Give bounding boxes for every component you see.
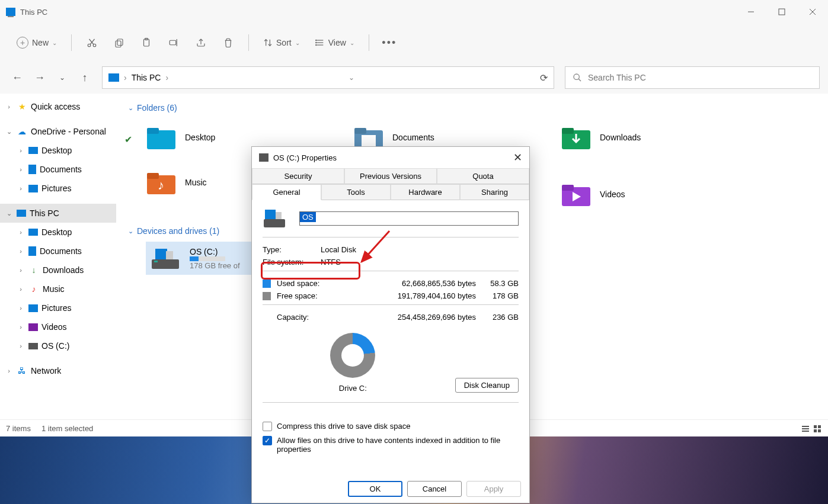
up-button[interactable]: ↑ [76,69,94,86]
pictures-icon [28,304,38,312]
this-pc-icon [17,210,26,217]
downloads-icon: ↓ [28,265,39,275]
sidebar-label: Videos [41,322,67,332]
drive-name-input[interactable]: OS [299,211,519,226]
svg-point-20 [574,74,579,79]
toolbar-divider [248,34,249,51]
tab-quota[interactable]: Quota [437,168,529,184]
svg-rect-26 [362,135,376,147]
dialog-titlebar[interactable]: OS (C:) Properties ✕ [252,147,529,168]
sidebar-item-pictures[interactable]: ›Pictures [0,298,116,317]
sort-button[interactable]: Sort ⌄ [256,32,307,53]
sidebar-label: This PC [30,208,59,218]
compress-checkbox[interactable] [263,422,272,431]
address-dropdown[interactable]: ⌄ [349,73,354,82]
apply-button[interactable]: Apply [466,481,521,497]
svg-rect-38 [802,426,809,427]
sidebar-item-quick-access[interactable]: ›★Quick access [0,97,116,116]
forward-button[interactable]: → [31,69,49,86]
sidebar-label: Quick access [31,102,80,111]
sidebar-item-network[interactable]: ›🖧Network [0,361,116,380]
sidebar-label: OneDrive - Personal [31,127,106,136]
view-button[interactable]: View ⌄ [308,32,362,53]
tab-hardware[interactable]: Hardware [391,184,460,200]
thumbnails-view-button[interactable] [813,424,822,434]
pictures-icon [28,185,38,192]
back-button[interactable]: ← [8,69,26,86]
new-button[interactable]: + New ⌄ [9,32,64,53]
sidebar-item-documents[interactable]: ›Documents [0,242,116,261]
used-swatch [263,280,271,288]
share-button[interactable] [188,30,214,56]
this-pc-icon [108,73,119,82]
chevron-down-icon: ⌄ [350,40,354,46]
minimize-button[interactable] [736,0,766,24]
folder-icon [561,124,592,150]
tab-general[interactable]: General [252,184,321,200]
folder-label: Downloads [600,133,641,142]
sidebar-item-music[interactable]: ›♪Music [0,280,116,298]
sidebar-label: Pictures [41,303,72,313]
cancel-button[interactable]: Cancel [407,481,462,497]
refresh-button[interactable]: ⟳ [540,72,548,84]
tab-sharing[interactable]: Sharing [460,184,529,200]
breadcrumb-location[interactable]: This PC [132,73,161,82]
music-icon: ♪ [28,284,39,294]
sidebar-label: OS (C:) [41,341,69,351]
folder-downloads[interactable]: Downloads [561,121,756,154]
folders-group-header[interactable]: ⌄Folders (6) [128,99,816,116]
address-bar[interactable]: › This PC › ⌄ ⟳ [102,66,554,89]
search-box[interactable] [565,66,820,89]
chevron-right-icon: › [165,73,168,82]
tab-previous-versions[interactable]: Previous Versions [344,168,437,184]
item-count: 7 items [6,424,31,433]
sidebar-label: Documents [40,246,82,256]
rename-button[interactable] [161,30,187,56]
recent-dropdown[interactable]: ⌄ [53,69,71,86]
sidebar-item-onedrive[interactable]: ⌄☁OneDrive - Personal [0,122,116,141]
svg-rect-41 [814,425,817,428]
sidebar-item-desktop[interactable]: ›Desktop [0,223,116,242]
sidebar-label: Downloads [43,265,84,275]
view-label: View [328,38,346,47]
details-view-button[interactable] [801,424,810,434]
svg-text:♪: ♪ [158,178,164,192]
svg-rect-43 [814,429,817,432]
tab-security[interactable]: Security [252,168,344,184]
close-button[interactable]: ✕ [513,151,522,164]
svg-rect-25 [354,128,366,134]
sidebar-item-desktop[interactable]: ›Desktop [0,141,116,160]
cut-button[interactable] [79,30,105,56]
type-label: Type: [263,245,321,254]
sidebar-item-os-drive[interactable]: ›OS (C:) [0,336,116,355]
free-label: Free space: [277,291,318,300]
sidebar-item-this-pc[interactable]: ⌄This PC [0,204,116,223]
used-gb: 58.3 GB [476,279,519,288]
more-button[interactable]: ••• [376,30,402,56]
ok-button[interactable]: OK [348,481,402,497]
disk-cleanup-button[interactable]: Disk Cleanup [455,378,519,393]
folder-label: Videos [600,190,625,199]
folder-videos[interactable]: Videos [561,178,756,211]
type-value: Local Disk [321,245,356,254]
close-button[interactable] [797,0,828,24]
sidebar-label: Desktop [41,146,72,155]
chevron-right-icon: › [124,73,127,82]
capacity-label: Capacity: [277,313,309,322]
index-checkbox[interactable]: ✓ [263,436,272,445]
properties-dialog: OS (C:) Properties ✕ Security Previous V… [251,146,530,503]
delete-button[interactable] [215,30,241,56]
tab-tools[interactable]: Tools [321,184,391,200]
sidebar-item-documents[interactable]: ›Documents [0,160,116,179]
sidebar-item-videos[interactable]: ›Videos [0,317,116,336]
capacity-bytes: 254,458,269,696 bytes [381,313,476,322]
copy-button[interactable] [106,30,132,56]
sidebar-label: Desktop [41,227,72,237]
sidebar-item-downloads[interactable]: ›↓Downloads [0,261,116,280]
cloud-icon: ☁ [17,126,27,137]
toolbar-divider [71,34,72,51]
maximize-button[interactable] [766,0,797,24]
sidebar-item-pictures[interactable]: ›Pictures [0,179,116,198]
search-input[interactable] [588,73,812,82]
paste-button[interactable] [133,30,159,56]
